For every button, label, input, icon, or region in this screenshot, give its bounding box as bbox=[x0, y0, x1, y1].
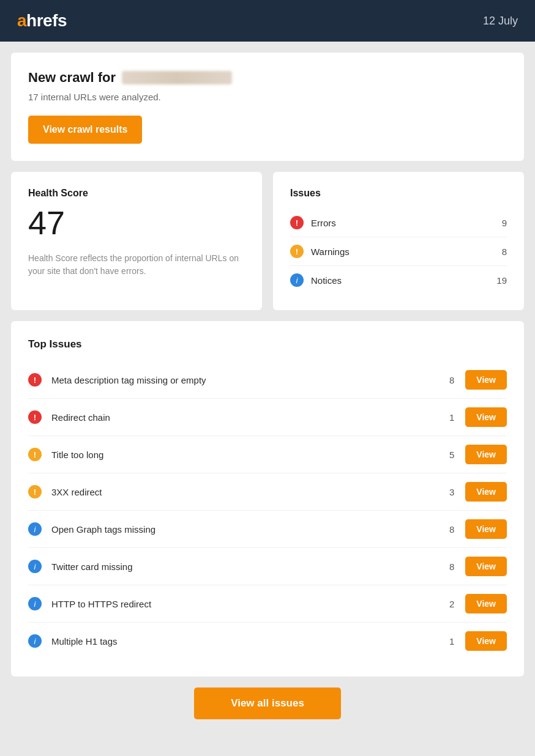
ti-view-button-8[interactable]: View bbox=[465, 631, 507, 651]
header-date: 12 July bbox=[483, 15, 518, 28]
ti-count-4: 3 bbox=[442, 487, 454, 497]
issue-row-errors: Errors 9 bbox=[290, 209, 507, 237]
notices-label: Notices bbox=[311, 275, 496, 286]
ti-view-button-3[interactable]: View bbox=[465, 445, 507, 464]
top-issue-row-4: 3XX redirect 3 View bbox=[28, 473, 507, 511]
view-crawl-button[interactable]: View crawl results bbox=[28, 116, 142, 144]
crawl-card: New crawl for 17 internal URLs were anal… bbox=[11, 53, 524, 161]
ti-view-button-2[interactable]: View bbox=[465, 407, 507, 427]
health-label: Health Score bbox=[28, 188, 245, 199]
crawl-title-prefix: New crawl for bbox=[28, 70, 116, 86]
ti-count-7: 2 bbox=[442, 599, 454, 609]
ti-view-button-6[interactable]: View bbox=[465, 557, 507, 576]
ti-label-2: Redirect chain bbox=[51, 412, 442, 423]
warnings-count: 8 bbox=[502, 246, 507, 257]
ti-count-1: 8 bbox=[442, 375, 454, 385]
errors-count: 9 bbox=[502, 218, 507, 228]
ti-label-6: Twitter card missing bbox=[51, 561, 442, 572]
ti-view-button-7[interactable]: View bbox=[465, 594, 507, 613]
issues-summary-card: Issues Errors 9 Warnings 8 Notices 19 bbox=[273, 172, 524, 310]
ti-icon-4 bbox=[28, 485, 42, 498]
ti-view-button-1[interactable]: View bbox=[465, 370, 507, 390]
issue-row-notices: Notices 19 bbox=[290, 266, 507, 294]
top-issue-row-5: Open Graph tags missing 8 View bbox=[28, 511, 507, 548]
ti-icon-8 bbox=[28, 634, 42, 648]
logo-a: a bbox=[17, 11, 26, 31]
crawl-title: New crawl for bbox=[28, 70, 507, 86]
top-issue-row-8: Multiple H1 tags 1 View bbox=[28, 623, 507, 659]
notice-icon bbox=[290, 273, 304, 287]
ti-count-5: 8 bbox=[442, 524, 454, 535]
ti-icon-6 bbox=[28, 560, 42, 573]
ti-icon-2 bbox=[28, 410, 42, 424]
view-all-container: View all issues bbox=[11, 687, 524, 719]
ti-count-8: 1 bbox=[442, 636, 454, 647]
ti-view-button-4[interactable]: View bbox=[465, 482, 507, 502]
issue-row-warnings: Warnings 8 bbox=[290, 237, 507, 266]
issues-label: Issues bbox=[290, 188, 507, 199]
top-issue-row-1: Meta description tag missing or empty 8 … bbox=[28, 361, 507, 399]
notices-count: 19 bbox=[496, 275, 507, 286]
ti-label-1: Meta description tag missing or empty bbox=[51, 375, 442, 385]
health-score-value: 47 bbox=[28, 205, 245, 241]
errors-label: Errors bbox=[311, 218, 502, 228]
top-issue-row-6: Twitter card missing 8 View bbox=[28, 548, 507, 585]
top-issue-row-3: Title too long 5 View bbox=[28, 436, 507, 473]
warnings-label: Warnings bbox=[311, 246, 502, 257]
ti-count-3: 5 bbox=[442, 450, 454, 460]
ti-icon-7 bbox=[28, 597, 42, 610]
ti-icon-1 bbox=[28, 373, 42, 387]
warning-icon bbox=[290, 245, 304, 258]
top-issue-row-2: Redirect chain 1 View bbox=[28, 399, 507, 436]
health-card: Health Score 47 Health Score reflects th… bbox=[11, 172, 262, 310]
crawl-subtitle: 17 internal URLs were analyzed. bbox=[28, 92, 507, 102]
app-header: ahrefs 12 July bbox=[0, 0, 535, 42]
ti-label-8: Multiple H1 tags bbox=[51, 636, 442, 647]
ti-icon-5 bbox=[28, 522, 42, 536]
view-all-issues-button[interactable]: View all issues bbox=[194, 687, 341, 719]
top-issue-row-7: HTTP to HTTPS redirect 2 View bbox=[28, 585, 507, 623]
ti-icon-3 bbox=[28, 448, 42, 461]
ti-count-2: 1 bbox=[442, 412, 454, 423]
error-icon bbox=[290, 216, 304, 229]
ti-view-button-5[interactable]: View bbox=[465, 519, 507, 539]
ti-count-6: 8 bbox=[442, 561, 454, 572]
ti-label-4: 3XX redirect bbox=[51, 487, 442, 497]
health-issues-row: Health Score 47 Health Score reflects th… bbox=[11, 172, 524, 310]
ti-label-3: Title too long bbox=[51, 450, 442, 460]
top-issues-title: Top Issues bbox=[28, 338, 507, 350]
top-issues-card: Top Issues Meta description tag missing … bbox=[11, 321, 524, 676]
crawl-domain bbox=[122, 71, 232, 84]
ti-label-5: Open Graph tags missing bbox=[51, 524, 442, 535]
health-description: Health Score reflects the proportion of … bbox=[28, 252, 245, 278]
logo-rest: hrefs bbox=[26, 11, 67, 31]
logo: ahrefs bbox=[17, 11, 67, 31]
ti-label-7: HTTP to HTTPS redirect bbox=[51, 599, 442, 609]
